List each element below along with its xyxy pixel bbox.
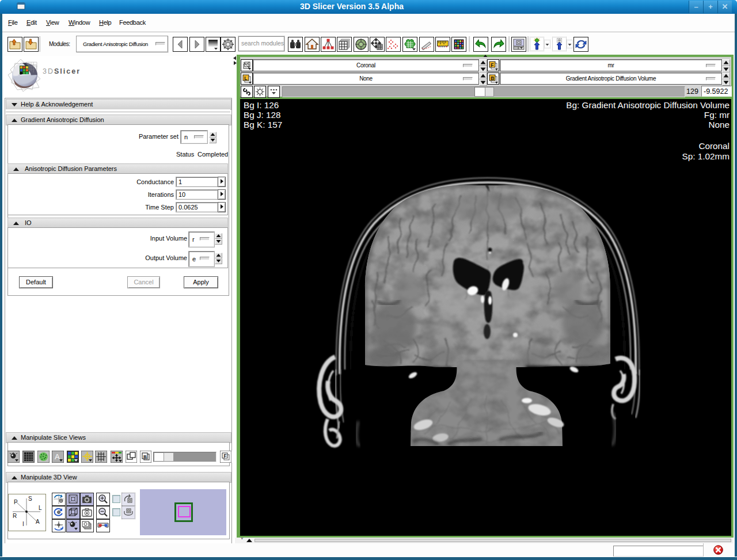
svg-text:S: S [28, 496, 32, 502]
svg-text:A: A [55, 452, 60, 461]
svg-text:L: L [244, 75, 247, 81]
svg-text:L: L [39, 505, 42, 511]
svg-text:I: I [22, 521, 24, 527]
svg-text:P: P [14, 499, 18, 505]
svg-text:F: F [224, 453, 227, 459]
svg-text:A: A [36, 519, 40, 525]
svg-text:F: F [491, 62, 493, 68]
svg-text:R: R [13, 513, 17, 519]
svg-text:B: B [491, 75, 494, 81]
svg-text:B: B [143, 454, 147, 459]
